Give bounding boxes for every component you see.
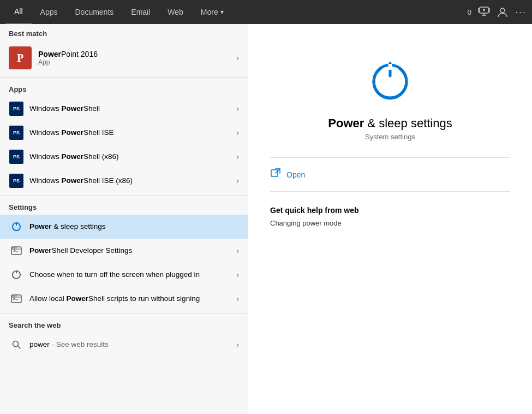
web-search-header: Search the web <box>0 316 248 333</box>
chevron-icon-web: › <box>236 340 239 349</box>
list-item-text-web: power - See web results <box>29 340 232 350</box>
list-item-power-sleep[interactable]: Power & sleep settings <box>0 215 248 239</box>
list-item-web-search[interactable]: power - See web results › <box>0 333 248 357</box>
best-match-header: Best match <box>0 24 248 41</box>
best-match-title: PowerPoint 2016 <box>38 50 232 58</box>
list-item-scripts[interactable]: Allow local PowerShell scripts to run wi… <box>0 287 248 311</box>
svg-point-9 <box>13 247 14 249</box>
web-search-icon <box>9 337 24 352</box>
settings-header: Settings <box>0 198 248 215</box>
top-tabs: All Apps Documents Email Web More ▾ <box>5 0 468 24</box>
left-panel: Best match P PowerPoint 2016 App › Apps … <box>0 24 248 414</box>
open-label: Open <box>286 170 305 179</box>
svg-point-10 <box>14 247 15 249</box>
list-item-text-3: Windows PowerShell (x86) <box>29 152 232 162</box>
svg-line-22 <box>18 346 21 349</box>
chevron-icon-2: › <box>236 128 239 137</box>
list-item-powershell-dev[interactable]: PowerShell Developer Settings › <box>0 239 248 263</box>
list-item-text-screen-off: Choose when to turn off the screen when … <box>29 270 232 280</box>
more-chevron-icon: ▾ <box>220 8 224 16</box>
person-icon[interactable] <box>497 6 509 18</box>
powershell-dev-icon <box>9 243 24 258</box>
tab-more[interactable]: More ▾ <box>192 0 232 24</box>
result-count: 0 <box>468 8 471 16</box>
powerpoint-icon: P <box>9 46 32 69</box>
list-item-screen-off[interactable]: Choose when to turn off the screen when … <box>0 263 248 287</box>
list-item-text-2: Windows PowerShell ISE <box>29 128 232 138</box>
svg-point-18 <box>14 295 15 297</box>
svg-point-4 <box>500 8 505 13</box>
divider-3 <box>0 313 248 314</box>
list-item-powershell-ise[interactable]: PS Windows PowerShell ISE › <box>0 121 248 145</box>
open-icon <box>270 168 281 181</box>
open-action[interactable]: Open <box>270 163 510 186</box>
right-title: Power & sleep settings <box>328 116 452 131</box>
top-bar-right: 0 ··· <box>468 6 527 18</box>
list-item-windows-powershell[interactable]: PS Windows PowerShell › <box>0 97 248 121</box>
svg-point-11 <box>16 247 17 249</box>
quick-help-header: Get quick help from web <box>270 206 510 215</box>
powershell-icon-2: PS <box>9 125 24 140</box>
list-item-text-1: Windows PowerShell <box>29 104 232 114</box>
quick-help-item: Changing power mode <box>270 219 510 227</box>
best-match-chevron-icon: › <box>236 54 239 62</box>
powerpoint-letter: P <box>17 52 23 64</box>
list-item-text-powershell-dev: PowerShell Developer Settings <box>29 246 232 256</box>
powershell-icon-3: PS <box>9 149 24 164</box>
svg-rect-26 <box>271 170 278 176</box>
tab-documents[interactable]: Documents <box>66 0 122 24</box>
divider-2 <box>0 195 248 196</box>
right-panel: Power & sleep settings System settings O… <box>248 24 532 414</box>
divider-1 <box>0 77 248 78</box>
power-icon-area <box>363 51 417 108</box>
list-item-text-scripts: Allow local PowerShell scripts to run wi… <box>29 294 232 304</box>
apps-header: Apps <box>0 80 248 97</box>
svg-point-3 <box>483 9 485 11</box>
chevron-icon-3: › <box>236 152 239 161</box>
list-item-powershell-x86[interactable]: PS Windows PowerShell (x86) › <box>0 145 248 169</box>
more-options-icon[interactable]: ··· <box>515 7 527 18</box>
scripts-icon <box>9 291 24 306</box>
right-divider-2 <box>270 191 510 192</box>
best-match-text: PowerPoint 2016 App <box>38 50 232 66</box>
chevron-icon-1: › <box>236 104 239 113</box>
tab-email[interactable]: Email <box>122 0 159 24</box>
svg-point-19 <box>16 295 17 297</box>
main-content: Best match P PowerPoint 2016 App › Apps … <box>0 24 532 414</box>
chevron-icon-screen: › <box>236 270 239 279</box>
chevron-icon-4: › <box>236 176 239 185</box>
trophy-icon[interactable] <box>478 6 490 18</box>
right-divider-1 <box>270 157 510 158</box>
tab-web[interactable]: Web <box>159 0 192 24</box>
powershell-icon-1: PS <box>9 101 24 116</box>
power-sleep-icon <box>9 219 24 234</box>
list-item-text-4: Windows PowerShell ISE (x86) <box>29 176 232 186</box>
svg-point-17 <box>13 295 14 297</box>
best-match-item[interactable]: P PowerPoint 2016 App › <box>0 41 248 75</box>
list-item-text-power-sleep: Power & sleep settings <box>29 222 239 232</box>
chevron-icon-scripts: › <box>236 294 239 303</box>
right-subtitle: System settings <box>365 133 415 141</box>
tab-all[interactable]: All <box>5 0 32 24</box>
chevron-icon-dev: › <box>236 246 239 255</box>
top-bar: All Apps Documents Email Web More ▾ 0 <box>0 0 532 24</box>
list-item-powershell-ise-x86[interactable]: PS Windows PowerShell ISE (x86) › <box>0 169 248 193</box>
screen-off-icon <box>9 267 24 282</box>
tab-apps[interactable]: Apps <box>32 0 67 24</box>
best-match-sub: App <box>38 58 232 66</box>
powershell-icon-4: PS <box>9 173 24 188</box>
